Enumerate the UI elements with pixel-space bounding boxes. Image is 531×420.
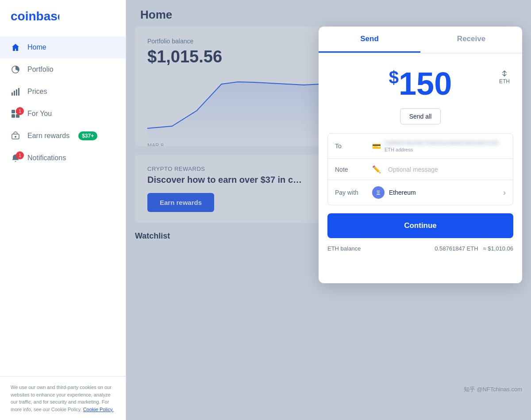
main-content: Home Portfolio balance $1,015.56 (126, 0, 531, 420)
note-placeholder: Optional message (388, 166, 438, 173)
sidebar-item-earnrewards-label: Earn rewards (27, 132, 69, 140)
amount-value: 150 (399, 66, 452, 101)
tab-receive[interactable]: Receive (420, 27, 522, 53)
notifications-badge: 1 (16, 151, 24, 159)
svg-text:coinbase: coinbase (11, 9, 59, 23)
sidebar-item-portfolio[interactable]: Portfolio (0, 58, 126, 81)
logo: coinbase (0, 0, 126, 36)
sidebar-footer: We use our own and third-party cookies o… (0, 376, 126, 420)
cookie-policy-link[interactable]: Cookie Policy. (83, 407, 114, 412)
dollar-sign: $ (389, 68, 399, 87)
continue-button[interactable]: Continue (327, 213, 513, 238)
currency-toggle[interactable]: ETH (499, 69, 510, 85)
pay-with-field[interactable]: Pay with Ξ Ethereum › (328, 180, 513, 205)
form-fields: To 💳 0x8f4d2c9a1b5e7f3d0c6a2e8b4f1d9c5a3… (327, 133, 513, 205)
sidebar-item-foryou[interactable]: 1 For You (0, 103, 126, 125)
svg-rect-2 (12, 92, 13, 96)
card-icon: 💳 (372, 142, 381, 150)
bell-icon: 1 (11, 153, 20, 163)
to-label: To (335, 143, 367, 150)
modal-balance: ETH balance 0.58761847 ETH ≈ $1,010.06 (319, 241, 522, 259)
sidebar-item-prices-label: Prices (27, 88, 47, 96)
balance-label: ETH balance (327, 245, 361, 252)
eth-address-label: ETH address (385, 147, 499, 152)
tab-send[interactable]: Send (319, 27, 420, 53)
send-receive-modal: Send Receive $150 ETH Send all (319, 27, 522, 283)
modal-tabs: Send Receive (319, 27, 522, 54)
note-field[interactable]: Note ✏️ Optional message (328, 159, 513, 180)
balance-eth: 0.58761847 ETH (435, 245, 478, 252)
sidebar-item-foryou-label: For You (27, 110, 52, 118)
coinbase-logo: coinbase (11, 9, 59, 24)
sidebar-item-notifications-label: Notifications (27, 154, 66, 162)
pay-with-value: Ethereum (389, 189, 416, 196)
foryou-badge: 1 (16, 107, 24, 115)
to-field: To 💳 0x8f4d2c9a1b5e7f3d0c6a2e8b4f1d9c5a3… (328, 134, 513, 159)
ethereum-icon: Ξ (372, 186, 385, 199)
sidebar-item-notifications[interactable]: 1 Notifications (0, 147, 126, 169)
foryou-icon: 1 (11, 109, 20, 119)
modal-overlay: Send Receive $150 ETH Send all (126, 0, 531, 420)
sidebar: coinbase Home Portfolio (0, 0, 126, 420)
amount-section: $150 ETH Send all (319, 54, 522, 133)
send-all-button[interactable]: Send all (400, 108, 441, 124)
svg-rect-4 (16, 89, 17, 96)
svg-rect-5 (18, 88, 19, 96)
sidebar-item-portfolio-label: Portfolio (27, 66, 54, 73)
to-address-container: 0x8f4d2c9a1b5e7f3d0c6a2e8b4f1d9c5a3b7e2f… (385, 140, 499, 152)
toggle-icon (500, 69, 508, 77)
pencil-icon: ✏️ (372, 165, 381, 173)
svg-point-11 (15, 136, 16, 138)
sidebar-item-earnrewards[interactable]: Earn rewards $37+ (0, 125, 126, 147)
to-address: 0x8f4d2c9a1b5e7f3d0c6a2e8b4f1d9c5a3b7e2f… (385, 140, 499, 146)
chevron-right-icon: › (503, 188, 506, 197)
home-icon (11, 42, 20, 52)
earn-rewards-badge: $37+ (78, 131, 97, 140)
svg-rect-3 (14, 91, 15, 96)
earn-icon (11, 131, 20, 141)
pay-with-content: Ξ Ethereum (372, 186, 416, 199)
sidebar-item-prices[interactable]: Prices (0, 81, 126, 103)
portfolio-icon (11, 65, 20, 74)
sidebar-item-home-label: Home (27, 43, 46, 51)
currency-label: ETH (499, 78, 510, 85)
sidebar-item-home[interactable]: Home (0, 36, 126, 58)
sidebar-navigation: Home Portfolio Prices (0, 36, 126, 376)
balance-value: 0.58761847 ETH ≈ $1,010.06 (435, 245, 513, 252)
balance-usd: ≈ $1,010.06 (483, 245, 513, 252)
note-label: Note (335, 166, 367, 173)
prices-icon (11, 87, 20, 96)
amount-display: $150 (331, 68, 510, 100)
svg-rect-6 (12, 110, 15, 113)
pay-with-label: Pay with (335, 189, 367, 196)
svg-rect-8 (12, 114, 15, 118)
